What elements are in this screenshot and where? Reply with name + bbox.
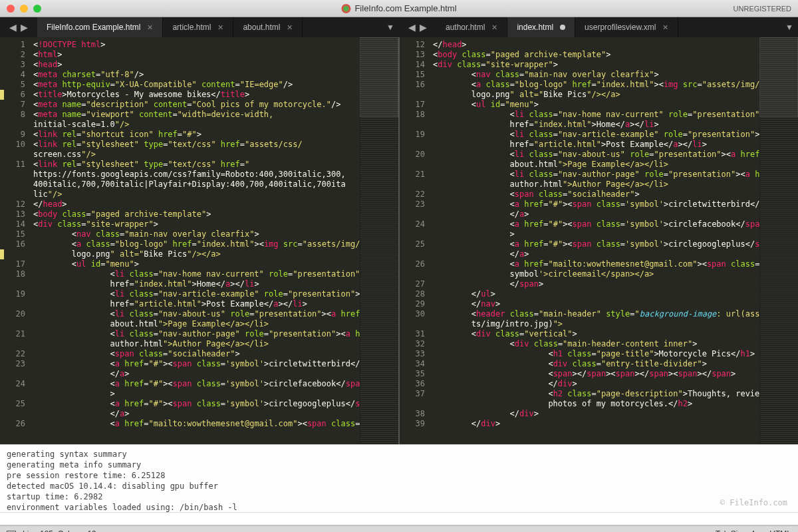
nav-fwd-icon[interactable]: ▶: [21, 22, 28, 33]
code-line: <head>: [33, 60, 360, 70]
status-cursor[interactable]: Line 125, Column 19: [23, 529, 96, 533]
code-right[interactable]: </head><body class="paged archive-templa…: [430, 37, 759, 444]
close-tab-icon[interactable]: ✕: [287, 23, 293, 32]
code-line: <a href="#"><span class='symbol'>circlef…: [433, 219, 759, 229]
code-line: <meta http-equiv="X-UA-Compatible" conte…: [33, 80, 360, 90]
close-tab-icon[interactable]: ✕: [147, 23, 153, 32]
console-line: startup time: 6.2982: [7, 491, 791, 502]
code-line: logo.png" alt="Bike Pics"/></a>: [33, 249, 360, 259]
code-line: <div class="site-wrapper">: [33, 219, 360, 229]
code-line: <li class="nav-article-example" role="pr…: [33, 289, 360, 299]
zoom-icon[interactable]: [33, 5, 41, 13]
minimize-icon[interactable]: [20, 5, 28, 13]
close-tab-icon[interactable]: ✕: [662, 23, 668, 32]
traffic-lights: [7, 5, 41, 13]
file-tab[interactable]: FileInfo.com Example.html✕: [37, 17, 163, 37]
console-line: detected macOS 10.14.4: disabling gpu bu…: [7, 481, 791, 491]
console-panel[interactable]: generating syntax summarygenerating meta…: [0, 444, 798, 512]
code-line: initial-scale=1.0"/>: [33, 120, 360, 130]
code-line: <div class="main-header-content inner">: [433, 339, 759, 349]
close-icon[interactable]: [7, 5, 15, 13]
pane-left-more-icon[interactable]: ▼: [382, 17, 399, 37]
tab-label: FileInfo.com Example.html: [47, 23, 140, 32]
code-line: <a href="#"><span class='symbol'>circleg…: [33, 399, 360, 409]
file-tab[interactable]: author.html✕: [436, 17, 507, 37]
code-line: <link rel="stylesheet" type="text/css" h…: [33, 160, 360, 170]
code-line: <nav class="main-nav overlay clearfix">: [433, 70, 759, 80]
console-line: generating syntax summary: [7, 449, 791, 460]
code-line: <body class="paged archive-template">: [433, 50, 759, 60]
code-line: photos of my motorcycles.</h2>: [433, 399, 759, 409]
code-line: about.html">Page Example</a></li>: [433, 160, 759, 170]
watermark: © FileInfo.com: [720, 497, 787, 508]
close-tab-icon[interactable]: ✕: [217, 23, 223, 32]
code-left[interactable]: <!DOCTYPE html><html><head><meta charset…: [31, 37, 360, 444]
nav-back-icon[interactable]: ◀: [408, 22, 416, 33]
status-tabsize[interactable]: Tab Size: 4: [716, 529, 755, 533]
code-line: <li class="nav-author-page" role="presen…: [433, 170, 759, 180]
code-line: <header class="main-header" style="backg…: [433, 309, 759, 319]
code-line: </nav>: [433, 299, 759, 309]
file-tab[interactable]: userprofilesview.xml✕: [575, 17, 678, 37]
code-line: <li class="nav-home nav-current" role="p…: [33, 269, 360, 279]
code-line: </div>: [433, 409, 759, 419]
dirty-indicator-icon: [560, 25, 565, 30]
code-line: </head>: [33, 200, 360, 209]
gutter-right: 1213141516171819202122232425262728293031…: [400, 37, 430, 444]
nav-back-icon[interactable]: ◀: [9, 22, 17, 33]
nav-fwd-icon[interactable]: ▶: [420, 22, 427, 33]
code-line: </head>: [433, 40, 759, 50]
code-line: </ul>: [433, 289, 759, 299]
window-title: FileInfo.com Example.html: [341, 3, 456, 13]
code-line: <a href="#"><span class='symbol'>circleg…: [433, 239, 759, 249]
code-line: href="index.html">Home</a></li>: [433, 120, 759, 130]
tab-label: author.html: [446, 23, 485, 32]
code-line: <link rel="shortcut icon" href="#">: [33, 130, 360, 140]
console-line: generating meta info summary: [7, 460, 791, 470]
file-tab[interactable]: about.html✕: [233, 17, 303, 37]
code-line: </div>: [433, 419, 759, 429]
code-line: <li class="nav-about-us" role="presentat…: [33, 309, 360, 319]
minimap-viewport[interactable]: [759, 37, 798, 117]
code-line: <meta name="viewport" content="width=dev…: [33, 110, 360, 120]
code-line: </span>: [433, 279, 759, 289]
console-output: generating syntax summarygenerating meta…: [7, 449, 791, 512]
tab-label: about.html: [243, 23, 280, 32]
code-line: <div class="vertical">: [433, 329, 759, 339]
code-line: href="index.html">Home</a></li>: [33, 279, 360, 289]
console-line: environment variables loaded using: /bin…: [7, 502, 791, 512]
file-tab[interactable]: index.html: [507, 17, 575, 37]
close-tab-icon[interactable]: ✕: [491, 23, 497, 32]
code-line: <a class="blog-logo" href="index.html"><…: [433, 80, 759, 90]
code-line: href="article.html">Post Example</a></li…: [433, 140, 759, 150]
code-line: 400italic,700,700italic|Playfair+Display…: [33, 180, 360, 190]
status-syntax[interactable]: HTML: [769, 529, 791, 533]
file-tab[interactable]: article.html✕: [163, 17, 233, 37]
code-line: symbol'>circleemail</span></a>: [433, 269, 759, 279]
code-line: <link rel="stylesheet" type="text/css" h…: [33, 140, 360, 150]
pane-right-nav: ◀ ▶: [399, 17, 436, 37]
code-line: <a href="mailto:wowthemesnet@gmail.com">…: [33, 419, 360, 429]
code-line: >: [33, 389, 360, 399]
code-line: <span class="socialheader">: [33, 349, 360, 359]
code-line: </a>: [433, 249, 759, 259]
editor-pane-right[interactable]: 1213141516171819202122232425262728293031…: [398, 37, 798, 444]
code-line: <a href="#"><span class='symbol'>circlet…: [433, 200, 759, 209]
code-line: </a>: [433, 209, 759, 219]
tab-label: userprofilesview.xml: [585, 23, 656, 32]
code-line: about.html">Page Example</a></li>: [33, 319, 360, 329]
gutter-left: 1234567891011121314151617181920212223242…: [0, 37, 31, 444]
code-line: <span></span><span></span><span></span>: [433, 369, 759, 379]
code-line: <title>Motorcycles - My awesome bikes</t…: [33, 90, 360, 100]
code-line: <a href="#"><span class='symbol'>circlef…: [33, 379, 360, 389]
console-input[interactable]: [0, 512, 798, 525]
pane-right-more-icon[interactable]: ▼: [781, 17, 798, 37]
code-line: </a>: [33, 369, 360, 379]
app-favicon-icon: [341, 4, 350, 13]
code-line: href="article.html">Post Example</a></li…: [33, 299, 360, 309]
window-titlebar: FileInfo.com Example.html UNREGISTERED: [0, 0, 798, 17]
code-line: <html>: [33, 50, 360, 60]
minimap-viewport[interactable]: [360, 37, 398, 117]
editor-pane-left[interactable]: 1234567891011121314151617181920212223242…: [0, 37, 398, 444]
code-line: lic"/>: [33, 190, 360, 200]
